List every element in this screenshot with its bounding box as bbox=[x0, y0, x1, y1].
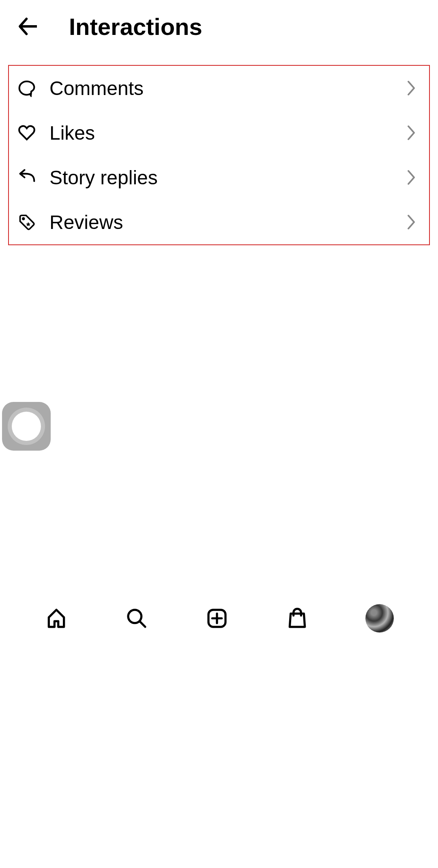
comment-icon bbox=[17, 78, 36, 98]
list-item-label: Likes bbox=[49, 122, 406, 144]
add-post-icon[interactable] bbox=[205, 606, 229, 630]
list-item-label: Reviews bbox=[49, 211, 406, 233]
reply-arrow-icon bbox=[17, 168, 36, 187]
chevron-right-icon bbox=[406, 125, 421, 141]
list-item-label: Story replies bbox=[49, 166, 406, 189]
list-item-label: Comments bbox=[49, 77, 406, 99]
tag-star-icon bbox=[17, 212, 36, 232]
back-arrow-icon[interactable] bbox=[16, 14, 41, 39]
svg-point-1 bbox=[23, 218, 24, 220]
assistive-touch-ring bbox=[8, 408, 45, 445]
shop-icon[interactable] bbox=[285, 606, 309, 630]
list-item-comments[interactable]: Comments bbox=[9, 66, 429, 110]
assistive-touch-center bbox=[12, 412, 41, 441]
chevron-right-icon bbox=[406, 169, 421, 186]
search-icon[interactable] bbox=[125, 606, 149, 630]
chevron-right-icon bbox=[406, 80, 421, 96]
chevron-right-icon bbox=[406, 214, 421, 230]
list-item-reviews[interactable]: Reviews bbox=[9, 200, 429, 244]
header: Interactions bbox=[0, 0, 438, 53]
interactions-list: Comments Likes Story replies bbox=[8, 65, 430, 245]
svg-line-3 bbox=[140, 622, 145, 627]
home-icon[interactable] bbox=[44, 606, 69, 630]
assistive-touch-button[interactable] bbox=[2, 402, 51, 451]
bottom-navigation bbox=[0, 596, 438, 641]
page-title: Interactions bbox=[69, 13, 202, 40]
list-item-likes[interactable]: Likes bbox=[9, 110, 429, 155]
list-item-story-replies[interactable]: Story replies bbox=[9, 155, 429, 200]
profile-avatar[interactable] bbox=[365, 604, 394, 633]
heart-icon bbox=[17, 123, 36, 143]
